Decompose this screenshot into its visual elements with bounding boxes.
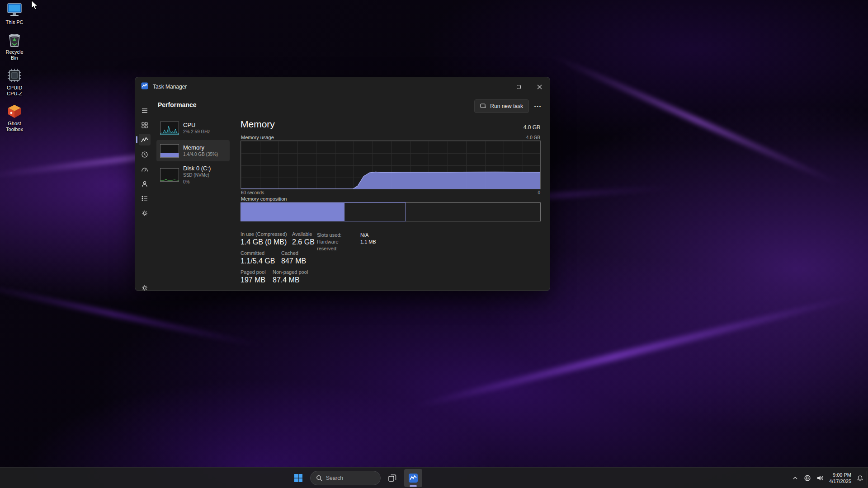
memory-panel: Memory 4.0 GB Memory usage 4.0 GB 60 sec… [241,96,541,291]
rail-item-services[interactable] [139,207,151,219]
sidebar-disk-name: Disk 0 (C:) [183,165,211,171]
windows-logo-icon [294,474,303,483]
tray-date: 4/17/2025 [829,478,851,484]
rail-item-processes[interactable] [139,119,151,131]
memory-composition-bar[interactable] [241,202,541,221]
detail-list-icon [141,195,148,202]
search-icon [316,475,322,481]
desktop-icon-cpu-z[interactable]: CPUID CPU-Z [0,67,29,97]
minimize-icon [495,87,500,87]
close-button[interactable] [529,77,550,96]
grid-icon [141,122,148,129]
maximize-button[interactable] [508,77,529,96]
memory-usage-axis-max: 4.0 GB [526,135,540,140]
network-button[interactable] [804,474,811,482]
sidebar-cpu-detail: 2% 2.59 GHz [183,129,210,135]
this-pc-icon [6,2,23,18]
notifications-button[interactable] [857,475,863,482]
tray-time: 9:00 PM [829,472,851,478]
navigation-menu-button[interactable] [139,105,151,117]
task-manager-window: Task Manager [135,77,550,291]
sidebar-disk-detail2: 0% [183,179,211,185]
disk-mini-graph [160,168,179,182]
history-clock-icon [141,151,148,158]
close-icon [537,84,542,89]
pulse-chart-icon [141,136,148,143]
wallpaper-streak [547,52,846,189]
sidebar-cpu-name: CPU [183,122,210,128]
composition-segment-standby [344,202,406,221]
rail-item-performance[interactable] [139,134,151,145]
desktop-icon-label: This PC [5,19,23,25]
desktop-icon-label: Recycle Bin [1,49,28,61]
x-axis-left-label: 60 seconds [241,190,264,195]
tray-chevron-button[interactable] [792,475,798,481]
memory-usage-label: Memory usage [241,135,274,140]
sidebar-memory-detail: 1.4/4.0 GB (35%) [183,151,218,157]
stat-slots-hardware: Slots used: N/A Hardware reserved: 1.1 M… [317,232,376,252]
hamburger-icon [141,107,148,114]
stat-paged-pool: Paged pool 197 MB [241,269,266,283]
stat-nonpaged-pool: Non-paged pool 87.4 MB [273,269,308,283]
memory-usage-graph[interactable] [241,141,541,189]
services-gear-icon [141,210,148,217]
minimize-button[interactable] [487,77,508,96]
stat-in-use: In use (Compressed) 1.4 GB (0 MB) [241,231,287,245]
desktop-icon-list: This PC Recycle Bin CPUID CPU-Z [0,2,29,132]
taskbar-search[interactable] [310,471,381,485]
gauge-icon [141,166,148,173]
memory-mini-graph-fill [160,153,179,157]
mouse-cursor [31,0,39,13]
task-view-button[interactable] [383,469,401,487]
rail-item-details[interactable] [139,192,151,204]
window-titlebar[interactable]: Task Manager [135,77,550,96]
desktop-icon-this-pc[interactable]: This PC [0,2,29,25]
cpu-mini-graph [160,122,179,135]
task-manager-icon [408,473,418,483]
settings-gear-icon [141,284,148,291]
task-manager-app-icon [141,82,148,91]
memory-composition-label: Memory composition [241,196,287,202]
ghost-toolbox-icon [6,103,23,119]
rail-item-settings[interactable] [139,282,151,291]
recycle-bin-icon [6,32,23,48]
x-axis-right-label: 0 [538,190,540,195]
volume-button[interactable] [816,474,824,482]
rail-item-startup-apps[interactable] [139,164,151,175]
bell-icon [857,475,863,482]
memory-usage-area-chart [241,141,540,189]
clock[interactable]: 9:00 PM 4/17/2025 [829,472,851,484]
stat-committed: Committed 1.1/5.4 GB [241,250,275,264]
navigation-rail [135,96,154,291]
task-view-icon [388,474,397,483]
search-input[interactable] [326,475,371,481]
start-button[interactable] [289,469,307,487]
stat-cached: Cached 847 MB [281,250,306,264]
sidebar-disk-detail: SSD (NVMe) [183,172,211,178]
rail-item-app-history[interactable] [139,149,151,160]
composition-segment-in-use [241,202,344,221]
rail-item-users[interactable] [139,178,151,190]
selected-rail-indicator [136,136,137,143]
network-globe-icon [804,474,811,482]
page-title: Performance [158,101,197,108]
desktop-icon-recycle-bin[interactable]: Recycle Bin [0,32,29,61]
taskbar-item-task-manager[interactable] [404,469,422,487]
memory-mini-graph [160,144,179,158]
memory-panel-title: Memory [241,119,275,130]
speaker-icon [816,474,824,482]
desktop-icon-ghost-toolbox[interactable]: Ghost Toolbox [0,103,29,132]
sidebar-item-cpu[interactable]: CPU 2% 2.59 GHz [156,118,230,139]
maximize-icon [517,85,521,89]
stat-available: Available 2.6 GB [292,231,315,245]
wallpaper-streak [404,291,867,413]
desktop-icon-label: Ghost Toolbox [1,121,28,132]
sidebar-item-disk0[interactable]: Disk 0 (C:) SSD (NVMe) 0% [156,163,230,187]
desktop-icon-label: CPUID CPU-Z [1,85,28,97]
sidebar-memory-name: Memory [183,145,218,150]
chevron-up-icon [792,475,798,481]
sidebar-item-memory[interactable]: Memory 1.4/4.0 GB (35%) [156,140,230,161]
memory-total: 4.0 GB [524,124,540,131]
taskbar: 9:00 PM 4/17/2025 [0,467,868,488]
window-title: Task Manager [153,84,187,90]
